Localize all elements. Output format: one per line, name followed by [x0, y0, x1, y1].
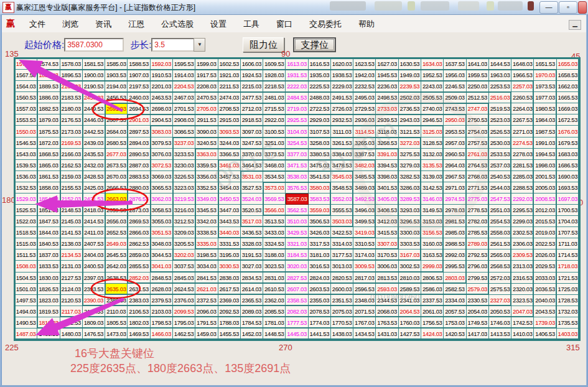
grid-cell: 3184.53 [286, 249, 308, 261]
grid-cell: 2680.53 [105, 138, 128, 149]
titlebar-blur-blob [498, 1, 523, 11]
grid-cell: 3097.03 [241, 126, 263, 137]
grid-cell: 2253.53 [489, 81, 511, 92]
grid-cell: 3440.03 [218, 227, 241, 238]
mdi-minimize-button[interactable]: ▁ [569, 20, 581, 30]
support-button[interactable]: 支撑位 [293, 37, 336, 52]
menu-item-8[interactable]: 交易委托 [304, 17, 347, 31]
grid-cell: 1833.53 [37, 261, 60, 272]
grid-cell: 2446.03 [83, 114, 105, 126]
grid-cell: 2645.53 [105, 249, 128, 261]
grid-cell: 1564.03 [15, 81, 37, 92]
grid-cell: 2418.03 [83, 205, 105, 216]
grid-cell: 2775.03 [467, 194, 489, 205]
menu-item-3[interactable]: 江恩 [123, 17, 150, 31]
restore-button[interactable]: ▫ [559, 1, 577, 14]
grid-cell: 3517.03 [241, 216, 263, 227]
grid-cell: 2544.03 [489, 182, 511, 194]
grid-cell: 2649.03 [105, 238, 128, 249]
grid-cell: 3128.53 [421, 138, 444, 149]
grid-cell: 3079.53 [151, 138, 173, 149]
grid-cell: 1476.53 [83, 329, 105, 340]
grid-cell: 1434.53 [353, 329, 376, 340]
grid-cell: 2365.53 [241, 295, 263, 306]
grid-cell: 1847.53 [37, 216, 60, 227]
grid-cell: 3111.03 [331, 126, 353, 137]
grid-cell: 2540.53 [489, 171, 511, 182]
grid-cell: 1480.03 [60, 329, 83, 340]
close-button[interactable] [578, 1, 587, 14]
grid-cell: 1875.53 [37, 126, 60, 137]
grid-cell: 2600.03 [331, 284, 353, 295]
grid-cell: 3051.53 [151, 227, 173, 238]
grid-cell: 2806.53 [421, 273, 444, 284]
grid-cell: 2295.53 [511, 205, 534, 216]
grid-cell: 2726.03 [331, 103, 353, 114]
grid-cell: 3233.53 [173, 149, 195, 160]
grid-cell: 2330.53 [467, 295, 489, 306]
grid-cell: 2684.03 [105, 126, 128, 137]
grid-cell: 2631.53 [128, 284, 150, 295]
grid-cell: 3286.03 [399, 182, 421, 194]
grid-cell: 3261.53 [331, 138, 353, 149]
grid-cell: 3429.53 [286, 227, 308, 238]
menu-item-0[interactable]: 文件 [24, 17, 51, 31]
step-select[interactable]: 3.5 [151, 38, 195, 52]
grid-cell: 1630.53 [399, 58, 421, 70]
grid-cell-key: 2691.03 [105, 103, 128, 114]
grid-cell: 2397.03 [83, 273, 105, 284]
grid-cell: 2099.53 [173, 306, 195, 317]
titlebar-blur-blob [421, 1, 449, 11]
minimize-button[interactable]: — [539, 1, 558, 14]
grid-cell: 2383.03 [128, 295, 150, 306]
menu-item-6[interactable]: 工具 [238, 17, 265, 31]
grid-cell: 2208.03 [195, 81, 218, 92]
titlebar-blur-blob [330, 1, 366, 11]
grid-cell: 2782.03 [467, 216, 489, 227]
step-dropdown-icon[interactable]: ▼ [194, 38, 205, 52]
grid-cell: 2666.53 [105, 182, 128, 194]
grid-cell: 2722.53 [309, 103, 331, 114]
menu-item-5[interactable]: 设置 [205, 17, 232, 31]
grid-cell: 1578.03 [60, 58, 83, 70]
grid-cell: 3457.53 [218, 171, 241, 182]
grid-cell: 2729.53 [353, 103, 376, 114]
grid-cell: 1952.53 [421, 70, 444, 81]
grid-cell: 2236.03 [376, 81, 398, 92]
menu-item-4[interactable]: 公式选股 [156, 17, 199, 31]
menu-item-9[interactable]: 帮助 [353, 17, 380, 31]
grid-cell: 1473.03 [105, 329, 128, 340]
grid-cell: 2796.03 [467, 261, 489, 272]
grid-cell: 2568.53 [489, 261, 511, 272]
start-price-input[interactable] [64, 38, 124, 52]
grid-cell: 1900.03 [83, 70, 105, 81]
grid-cell: 1637.53 [444, 58, 466, 70]
grid-cell: 1424.03 [421, 329, 444, 340]
grid-cell: 2057.53 [444, 306, 466, 317]
grid-cell: 2421.53 [83, 194, 105, 205]
grid-cell: 2470.53 [195, 92, 218, 103]
grid-cell: 2404.03 [83, 249, 105, 261]
grid-cell: 2036.53 [534, 284, 556, 295]
grid-cell: 3524.03 [241, 194, 263, 205]
resistance-button[interactable]: 阻力位 [243, 37, 284, 52]
menu-item-2[interactable]: 资讯 [90, 17, 117, 31]
grid-cell: 3531.03 [241, 171, 263, 182]
grid-cell: 2260.53 [511, 92, 534, 103]
menu-logo-icon: 赢 [6, 18, 15, 29]
menu-item-7[interactable]: 窗口 [271, 17, 298, 31]
grid-cell: 2204.53 [173, 81, 195, 92]
grid-cell: 3132.03 [421, 149, 444, 160]
grid-cell: 3573.03 [263, 182, 286, 194]
grid-cell: 1858.03 [37, 182, 60, 194]
grid-cell: 1427.53 [399, 329, 421, 340]
grid-cell: 2572.03 [489, 273, 511, 284]
grid-cell: 1816.03 [37, 317, 60, 329]
grid-cell: 3324.53 [263, 238, 286, 249]
grid-cell: 2131.03 [60, 261, 83, 272]
menu-item-1[interactable]: 浏览 [57, 17, 84, 31]
grid-cell: 2747.03 [467, 103, 489, 114]
grid-cell: 1868.53 [37, 149, 60, 160]
grid-cell: 1557.03 [15, 103, 37, 114]
grid-cell: 3328.03 [241, 238, 263, 249]
